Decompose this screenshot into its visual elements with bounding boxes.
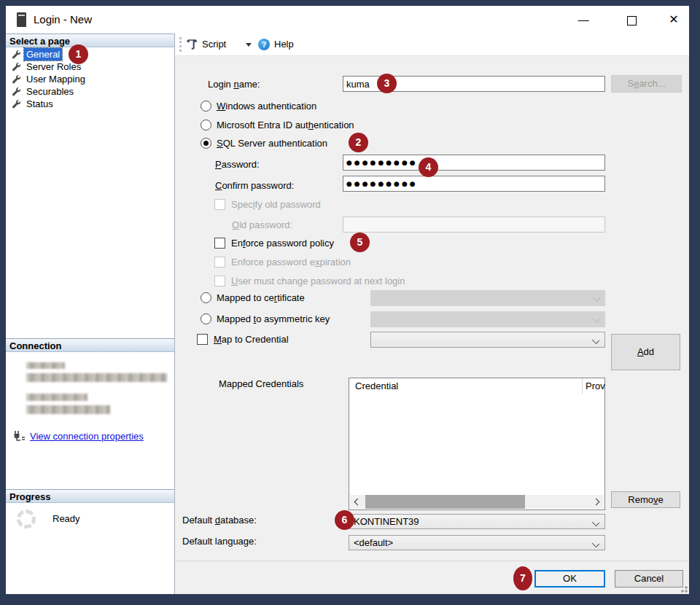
login-new-dialog: Login - New — ✕ Select a page General Se… xyxy=(6,6,689,594)
radio-label: Windows authentication xyxy=(217,101,316,112)
radio-icon xyxy=(201,120,211,130)
annotation-badge-5: 5 xyxy=(350,233,370,252)
server-icon xyxy=(17,12,26,27)
enforce-password-expiration-checkbox-row[interactable]: Enforce password expiration xyxy=(214,256,351,268)
sidebar-item-label: General xyxy=(24,48,62,60)
sidebar-item-server-roles[interactable]: Server Roles xyxy=(6,60,174,73)
scroll-right-arrow[interactable] xyxy=(590,495,604,509)
entra-authentication-radio-row[interactable]: Microsoft Entra ID authentication xyxy=(201,119,354,130)
sidebar-item-status[interactable]: Status xyxy=(6,98,174,110)
connection-plug-icon xyxy=(13,430,26,442)
radio-icon xyxy=(201,292,211,303)
view-connection-properties-link[interactable]: View connection properties xyxy=(13,429,174,442)
login-name-label: Login name: xyxy=(208,79,260,90)
footer-separator xyxy=(175,561,689,561)
default-database-combobox[interactable]: KONTINENT39 xyxy=(349,514,605,529)
annotation-badge-3: 3 xyxy=(377,74,397,93)
scrollbar-thumb[interactable] xyxy=(365,495,525,509)
sidebar-item-securables[interactable]: Securables xyxy=(6,85,174,98)
wrench-icon xyxy=(11,74,21,85)
combo-value: KONTINENT39 xyxy=(354,516,419,527)
credential-combobox[interactable] xyxy=(370,332,605,348)
mapped-to-asymmetric-key-radio-row[interactable]: Mapped to asymmetric key xyxy=(201,313,330,324)
chevron-down-icon xyxy=(593,316,600,323)
connection-label-redacted xyxy=(26,394,88,401)
column-header-provider[interactable]: Prov xyxy=(582,378,605,394)
sql-authentication-radio-row[interactable]: SQL Server authentication xyxy=(201,137,327,149)
sidebar-item-label: Status xyxy=(24,98,55,110)
default-language-combobox[interactable]: <default> xyxy=(349,535,605,550)
radio-label: Microsoft Entra ID authentication xyxy=(217,120,354,130)
close-button[interactable]: ✕ xyxy=(659,9,688,31)
progress-header: Progress xyxy=(6,489,174,503)
maximize-button[interactable] xyxy=(617,9,646,31)
mapped-credentials-list[interactable]: Credential Prov xyxy=(349,378,605,510)
help-question-icon: ? xyxy=(258,39,270,50)
combo-value: <default> xyxy=(354,537,393,548)
chevron-down-icon xyxy=(592,337,599,344)
certificate-combobox xyxy=(370,290,605,306)
remove-button[interactable]: Remove xyxy=(611,491,680,508)
annotation-badge-4: 4 xyxy=(419,157,438,177)
ok-button[interactable]: OK xyxy=(534,570,605,588)
checkbox-icon xyxy=(214,199,225,210)
old-password-label: Old password: xyxy=(232,219,292,231)
checkbox-label: Specify old password xyxy=(231,199,321,210)
scroll-left-arrow[interactable] xyxy=(350,495,364,509)
checkbox-label: User must change password at next login xyxy=(231,276,405,286)
wrench-icon xyxy=(11,99,21,109)
chevron-down-icon xyxy=(593,294,600,302)
column-header-credential[interactable]: Credential xyxy=(355,378,398,394)
script-dropdown-caret[interactable] xyxy=(246,43,252,47)
cancel-button[interactable]: Cancel xyxy=(615,570,683,588)
user-must-change-password-checkbox-row[interactable]: User must change password at next login xyxy=(214,275,405,286)
map-to-credential-checkbox-row[interactable]: Map to Credential xyxy=(197,333,289,345)
progress-status: Ready xyxy=(52,513,80,524)
select-a-page-header: Select a page xyxy=(6,34,174,47)
script-button[interactable]: Script xyxy=(202,34,226,55)
page-selector-pane: Select a page General Server Roles User … xyxy=(6,34,175,594)
radio-label: Mapped to asymmetric key xyxy=(217,313,330,324)
checkbox-icon xyxy=(197,334,208,345)
link-label: View connection properties xyxy=(30,431,144,442)
radio-label: SQL Server authentication xyxy=(217,138,327,149)
annotation-badge-2: 2 xyxy=(349,133,368,152)
search-button[interactable]: Search... xyxy=(611,75,682,93)
toolbar-grip[interactable] xyxy=(179,37,182,52)
add-button[interactable]: Add xyxy=(611,334,680,370)
asymmetric-key-combobox xyxy=(370,311,605,327)
help-button[interactable]: Help xyxy=(274,34,294,55)
radio-icon-selected xyxy=(201,138,211,149)
radio-icon xyxy=(201,101,211,112)
wrench-icon xyxy=(11,62,21,72)
general-page-panel: Script ? Help Login name: Search... Wind… xyxy=(175,34,689,594)
wrench-icon xyxy=(11,87,21,97)
enforce-password-policy-checkbox-row[interactable]: Enforce password policy xyxy=(214,237,334,249)
chevron-down-icon xyxy=(592,540,599,547)
specify-old-password-checkbox-row[interactable]: Specify old password xyxy=(214,198,321,210)
horizontal-scrollbar[interactable] xyxy=(350,495,604,509)
default-database-label: Default database: xyxy=(182,515,257,526)
script-scroll-icon xyxy=(186,39,197,50)
checkbox-icon xyxy=(214,238,225,249)
checkbox-icon xyxy=(214,276,225,286)
annotation-badge-1: 1 xyxy=(69,44,88,64)
sidebar-item-user-mapping[interactable]: User Mapping xyxy=(6,73,174,85)
annotation-badge-6: 6 xyxy=(335,510,354,530)
confirm-password-input[interactable] xyxy=(343,176,605,192)
password-input[interactable] xyxy=(343,155,605,171)
server-label-redacted xyxy=(26,362,65,369)
mapped-credentials-label: Mapped Credentials xyxy=(219,378,303,390)
connection-name-redacted xyxy=(26,405,110,414)
title-bar: Login - New — ✕ xyxy=(6,6,689,34)
checkbox-label: Map to Credential xyxy=(214,334,289,345)
sidebar-item-general[interactable]: General xyxy=(6,48,174,60)
default-language-label: Default language: xyxy=(182,536,257,547)
minimize-button[interactable]: — xyxy=(569,9,598,31)
windows-authentication-radio-row[interactable]: Windows authentication xyxy=(201,100,316,112)
password-label: Password: xyxy=(215,159,260,171)
chevron-down-icon xyxy=(592,519,599,526)
mapped-to-certificate-radio-row[interactable]: Mapped to certificate xyxy=(201,292,305,303)
checkbox-label: Enforce password policy xyxy=(231,238,334,249)
resize-grip[interactable] xyxy=(680,585,688,593)
